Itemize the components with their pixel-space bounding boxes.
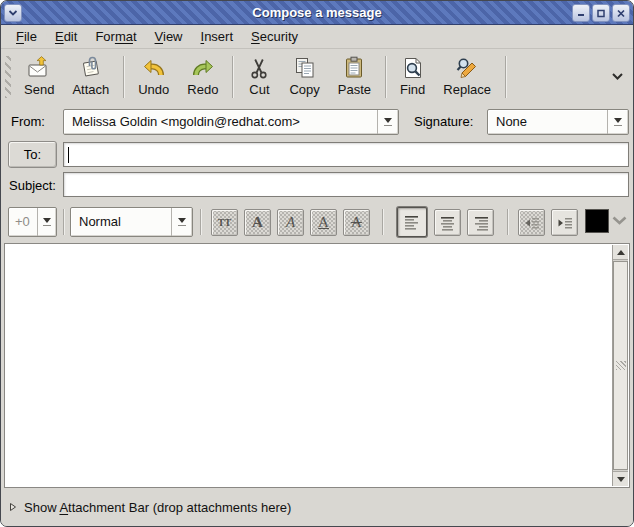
from-combo-value: Melissa Goldin <mgoldin@redhat.com> [64,110,377,134]
subject-input[interactable] [64,173,628,196]
scroll-up-button[interactable] [613,245,628,260]
find-button[interactable]: Find [391,52,434,101]
body-scrollbar[interactable] [612,245,628,486]
typewriter-button: TT [211,209,238,236]
expander-triangle-icon [9,500,17,515]
indent-button[interactable] [551,209,578,236]
strikethrough-icon: A [351,214,362,231]
toolbar-separator [232,56,233,98]
compose-window: Compose a message File Edit Format [0,0,634,527]
format-separator [507,209,508,235]
underline-icon: A [318,214,329,231]
bold-button: A [244,209,271,236]
menu-format[interactable]: Format [86,26,145,47]
scrollbar-grip-icon [616,361,626,370]
attachment-bar-expander[interactable]: Show Attachment Bar (drop attachments he… [1,489,633,526]
format-separator [382,209,383,235]
toolbar-grip[interactable] [5,56,11,98]
text-color-swatch[interactable] [585,209,609,233]
undo-icon [142,56,166,80]
attachment-bar-label: Show Attachment Bar (drop attachments he… [24,500,291,515]
replace-button[interactable]: Replace [434,52,500,101]
undo-button[interactable]: Undo [129,52,178,101]
minimize-icon [576,9,586,17]
paste-button[interactable]: Paste [329,52,380,101]
redo-button[interactable]: Redo [178,52,227,101]
send-button[interactable]: Send [15,52,63,101]
combo-arrow-icon [377,110,398,134]
window-menu-button[interactable] [4,4,22,22]
to-entry[interactable] [63,142,629,167]
italic-button: A [277,209,304,236]
from-row: From: Melissa Goldin <mgoldin@redhat.com… [1,104,633,139]
align-right-button[interactable] [467,209,494,236]
replace-icon [455,56,479,80]
copy-icon [293,56,317,80]
menu-view[interactable]: View [146,26,192,47]
combo-arrow-icon [37,208,56,236]
close-icon [616,9,626,18]
format-toolbar: +0 Normal TT A A A A [1,201,633,243]
chevron-down-icon [611,214,628,229]
underline-button: A [310,209,337,236]
bold-icon: A [252,214,263,231]
redo-icon [191,56,215,80]
menu-edit[interactable]: Edit [46,26,86,47]
combo-arrow-icon [607,110,628,134]
to-row: To: [1,139,633,170]
titlebar[interactable]: Compose a message [1,1,633,25]
minimize-button[interactable] [572,4,590,22]
align-left-button[interactable] [397,207,427,237]
copy-button[interactable]: Copy [280,52,328,101]
align-center-icon [440,215,456,231]
font-size-value: +0 [9,208,37,236]
format-separator [63,209,64,235]
indent-icon [557,215,573,231]
align-center-button[interactable] [434,209,461,236]
send-icon [27,56,51,80]
toolbar-separator [385,56,386,98]
toolbar-overflow-button[interactable] [611,69,624,84]
menu-security[interactable]: Security [242,26,307,47]
signature-combo-value: None [488,110,607,134]
typewriter-icon: TT [218,217,231,228]
subject-row: Subject: [1,170,633,201]
from-label: From: [11,114,45,129]
signature-combo[interactable]: None [487,109,629,135]
main-toolbar: Send Attach Undo Redo Cut [1,49,633,104]
format-overflow-button[interactable] [611,214,628,229]
align-left-icon [404,214,420,230]
close-button[interactable] [612,4,630,22]
menubar: File Edit Format View Insert Security [1,25,633,49]
attach-button[interactable]: Attach [63,52,118,101]
italic-icon: A [286,214,295,231]
chevron-down-icon [611,69,624,84]
chevron-down-icon [8,9,18,17]
to-button[interactable]: To: [8,141,57,168]
arrow-down-icon [617,477,625,482]
font-size-combo[interactable]: +0 [8,207,57,237]
subject-label: Subject: [9,178,56,193]
attach-icon [79,56,103,80]
toolbar-separator [123,56,124,98]
to-input[interactable] [64,143,628,166]
scrollbar-thumb[interactable] [613,261,628,470]
from-combo[interactable]: Melissa Goldin <mgoldin@redhat.com> [63,109,399,135]
arrow-up-icon [617,250,625,255]
menu-file[interactable]: File [7,26,46,47]
menu-insert[interactable]: Insert [192,26,243,47]
unindent-icon [524,215,540,231]
window-title: Compose a message [1,1,633,25]
subject-entry[interactable] [63,172,629,197]
strikethrough-button: A [343,209,370,236]
paste-icon [342,56,366,80]
cut-button[interactable]: Cut [238,52,280,101]
text-caret [68,147,69,163]
maximize-button[interactable] [592,4,610,22]
message-body-editor[interactable] [4,243,630,488]
format-separator [200,209,201,235]
find-icon [401,56,425,80]
paragraph-style-combo[interactable]: Normal [70,207,193,237]
cut-icon [247,56,271,80]
scroll-down-button[interactable] [613,471,628,486]
